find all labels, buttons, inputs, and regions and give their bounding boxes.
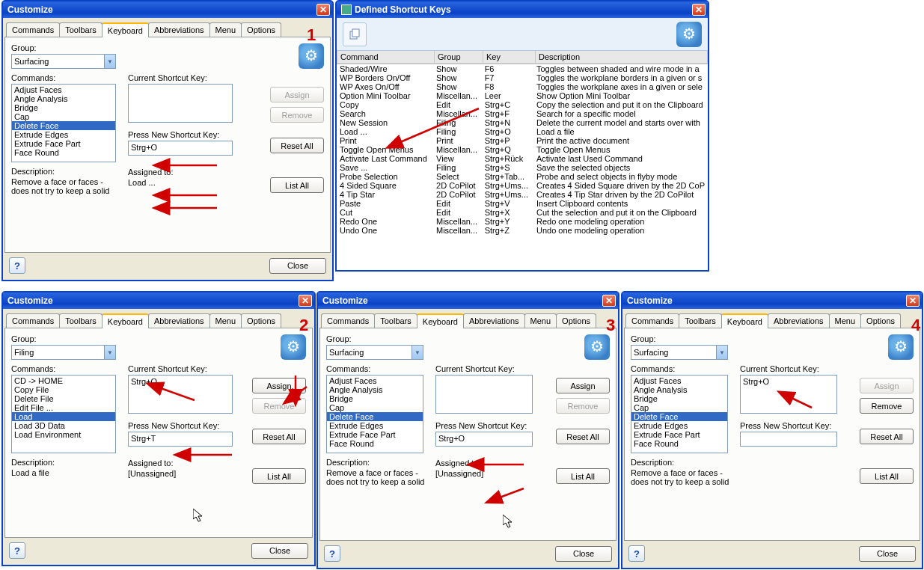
list-item[interactable]: Angle Analysis — [327, 385, 423, 394]
help-icon[interactable]: ? — [324, 545, 340, 562]
table-row[interactable]: Activate Last CommandViewStrg+RückActiva… — [337, 154, 708, 163]
resetall-button[interactable]: Reset All — [556, 429, 610, 444]
close-button[interactable]: Close — [251, 543, 308, 559]
close-icon[interactable]: ✕ — [906, 295, 920, 307]
list-item[interactable]: Bridge — [12, 103, 115, 112]
tab-keyboard[interactable]: Keyboard — [102, 22, 149, 37]
resetall-button[interactable]: Reset All — [270, 138, 324, 153]
tab-toolbars[interactable]: Toolbars — [679, 313, 722, 328]
close-icon[interactable]: ✕ — [299, 295, 312, 307]
col-group[interactable]: Group — [435, 51, 483, 64]
press-key-box[interactable]: Strg+O — [435, 432, 533, 447]
current-key-box[interactable]: Strg+O — [740, 375, 837, 414]
group-combo[interactable]: Surfacing ▼ — [11, 54, 116, 69]
commands-listbox[interactable]: Adjust FacesAngle AnalysisBridgeCapDelet… — [326, 375, 423, 453]
titlebar[interactable]: Customize ✕ — [3, 292, 314, 309]
list-item[interactable]: Cap — [631, 403, 727, 412]
table-row[interactable]: Option Mini ToolbarMiscellan...LeerShow … — [337, 91, 708, 100]
tab-abbreviations[interactable]: Abbreviations — [148, 313, 210, 328]
table-row[interactable]: Undo OneMiscellan...Strg+ZUndo one model… — [337, 226, 708, 235]
tab-keyboard[interactable]: Keyboard — [721, 313, 768, 328]
tab-abbreviations[interactable]: Abbreviations — [463, 313, 525, 328]
list-item[interactable]: Extrude Edges — [327, 421, 423, 430]
tab-keyboard[interactable]: Keyboard — [417, 313, 464, 328]
list-item[interactable]: Load Environment — [12, 430, 115, 439]
list-item[interactable]: Bridge — [327, 394, 423, 403]
list-item[interactable]: Face Round — [631, 439, 727, 448]
list-item[interactable]: Extrude Face Part — [12, 139, 115, 148]
current-key-box[interactable]: Strg+O — [128, 375, 233, 414]
list-item[interactable]: Delete Face — [12, 121, 115, 130]
press-key-box[interactable]: Strg+O — [128, 141, 233, 156]
list-item[interactable]: Angle Analysis — [12, 94, 115, 103]
remove-button[interactable]: Remove — [252, 398, 306, 414]
chevron-down-icon[interactable]: ▼ — [411, 346, 423, 359]
listall-button[interactable]: List All — [252, 468, 306, 484]
list-item[interactable]: Load 3D Data — [12, 421, 115, 430]
tab-menu[interactable]: Menu — [209, 22, 242, 37]
table-row[interactable]: WP Borders On/OffShowF7Toggles the workp… — [337, 73, 708, 82]
resetall-button[interactable]: Reset All — [252, 429, 306, 444]
tab-menu[interactable]: Menu — [829, 313, 862, 328]
tab-toolbars[interactable]: Toolbars — [374, 313, 417, 328]
table-row[interactable]: Save ...FilingStrg+SSave the selected ob… — [337, 163, 708, 172]
commands-listbox[interactable]: CD -> HOMECopy FileDelete FileEdit File … — [11, 375, 116, 453]
table-row[interactable]: Shaded/WireShowF6Toggles between shaded … — [337, 64, 708, 73]
tab-options[interactable]: Options — [241, 22, 281, 37]
tab-toolbars[interactable]: Toolbars — [59, 22, 103, 37]
list-item[interactable]: Cap — [12, 112, 115, 121]
table-row[interactable]: CopyEditStrg+CCopy the selection and put… — [337, 100, 708, 109]
table-row[interactable]: Load ...FilingStrg+OLoad a file — [337, 127, 708, 136]
remove-button[interactable]: Remove — [270, 107, 324, 123]
chevron-down-icon[interactable]: ▼ — [716, 346, 727, 359]
tab-commands[interactable]: Commands — [6, 313, 60, 328]
tab-options[interactable]: Options — [860, 313, 901, 328]
list-item[interactable]: Adjust Faces — [12, 85, 115, 94]
close-button[interactable]: Close — [859, 546, 916, 562]
list-item[interactable]: Extrude Edges — [631, 421, 727, 430]
tab-toolbars[interactable]: Toolbars — [59, 313, 103, 328]
assign-button[interactable]: Assign — [860, 378, 914, 393]
tab-commands[interactable]: Commands — [625, 313, 679, 328]
table-row[interactable]: Probe SelectionSelectStrg+Tab...Probe an… — [337, 172, 708, 181]
table-row[interactable]: SearchMiscellan...Strg+FSearch for a spe… — [337, 109, 708, 118]
table-row[interactable]: 4 Sided Square2D CoPilotStrg+Ums...Creat… — [337, 181, 708, 190]
commands-listbox[interactable]: Adjust FacesAngle AnalysisBridgeCapDelet… — [11, 84, 116, 162]
tab-options[interactable]: Options — [556, 313, 596, 328]
group-combo[interactable]: Surfacing ▼ — [631, 345, 728, 360]
tab-options[interactable]: Options — [241, 313, 281, 328]
press-key-box[interactable]: Strg+T — [128, 432, 233, 447]
list-item[interactable]: Delete Face — [631, 412, 727, 421]
commands-listbox[interactable]: Adjust FacesAngle AnalysisBridgeCapDelet… — [631, 375, 728, 453]
close-button[interactable]: Close — [555, 546, 612, 562]
tab-commands[interactable]: Commands — [6, 22, 60, 37]
table-row[interactable]: WP Axes On/OffShowF8Toggles the workplan… — [337, 82, 708, 91]
list-item[interactable]: Angle Analysis — [631, 385, 727, 394]
list-item[interactable]: Extrude Edges — [12, 130, 115, 139]
table-row[interactable]: New SessionFilingStrg+NDelete the curren… — [337, 118, 708, 127]
titlebar[interactable]: Customize ✕ — [318, 292, 618, 309]
list-item[interactable]: Extrude Face Part — [631, 430, 727, 439]
list-item[interactable]: Adjust Faces — [631, 376, 727, 385]
list-item[interactable]: Face Round — [12, 148, 115, 157]
help-icon[interactable]: ? — [9, 257, 25, 274]
group-combo[interactable]: Surfacing ▼ — [326, 345, 423, 360]
remove-button[interactable]: Remove — [556, 398, 610, 414]
table-row[interactable]: CutEditStrg+XCut the selection and put i… — [337, 208, 708, 217]
listall-button[interactable]: List All — [270, 177, 324, 193]
assign-button[interactable]: Assign — [252, 378, 306, 393]
tab-menu[interactable]: Menu — [524, 313, 557, 328]
tab-commands[interactable]: Commands — [321, 313, 375, 328]
copy-icon[interactable] — [343, 22, 367, 46]
help-icon[interactable]: ? — [9, 542, 25, 559]
tab-keyboard[interactable]: Keyboard — [102, 313, 149, 328]
close-icon[interactable]: ✕ — [316, 4, 330, 16]
col-description[interactable]: Description — [536, 51, 708, 64]
group-combo[interactable]: Filing ▼ — [11, 345, 116, 360]
press-key-box[interactable] — [740, 432, 837, 447]
tab-abbreviations[interactable]: Abbreviations — [768, 313, 830, 328]
shortcut-table-body[interactable]: Shaded/WireShowF6Toggles between shaded … — [337, 64, 708, 270]
tab-abbreviations[interactable]: Abbreviations — [148, 22, 210, 37]
list-item[interactable]: Load — [12, 412, 115, 421]
chevron-down-icon[interactable]: ▼ — [104, 55, 115, 68]
